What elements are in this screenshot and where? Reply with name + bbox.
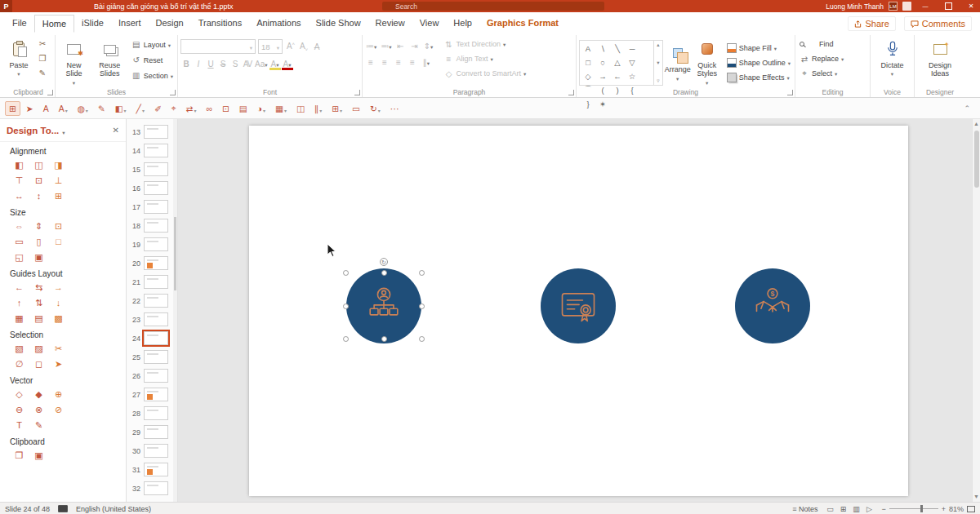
- selection-box[interactable]: [346, 273, 421, 339]
- clear-formatting-icon[interactable]: A: [311, 40, 323, 53]
- scale-down-tool[interactable]: ◱: [13, 252, 25, 263]
- slide-thumbnail[interactable]: 24: [127, 329, 177, 348]
- text-to-vector-tool[interactable]: T: [13, 420, 25, 431]
- align-center-tool[interactable]: ◫: [33, 160, 45, 171]
- cut-selection-tool[interactable]: ✂: [52, 343, 65, 354]
- resize-handle[interactable]: [419, 304, 425, 309]
- shape-icon[interactable]: }: [581, 97, 595, 111]
- select-same-color-tool[interactable]: ▨: [33, 343, 45, 354]
- ribbon-tab[interactable]: Design: [149, 15, 191, 33]
- align-text-button[interactable]: ≡ Align Text: [443, 51, 528, 66]
- slide-thumbnail[interactable]: 22: [127, 291, 177, 310]
- slide-thumbnail[interactable]: 27: [127, 385, 177, 404]
- slide-thumbnail[interactable]: 31: [127, 460, 177, 479]
- ribbon-tab[interactable]: Home: [34, 15, 74, 33]
- shape-icon[interactable]: ╲: [610, 42, 625, 55]
- ribbon-tab[interactable]: iSlide: [74, 15, 111, 33]
- search-input[interactable]: [382, 2, 604, 11]
- eyedropper-icon[interactable]: ⌖: [167, 100, 180, 116]
- split-shape-icon[interactable]: ◫: [292, 101, 309, 116]
- slide-thumbnail[interactable]: 17: [127, 197, 177, 216]
- font-name-combo[interactable]: [180, 39, 256, 54]
- strikethrough-button[interactable]: S: [217, 57, 229, 70]
- indent-decrease-icon[interactable]: ⇤: [395, 39, 407, 52]
- zoom-percent[interactable]: 81%: [949, 505, 964, 513]
- ribbon-tab[interactable]: Help: [446, 15, 479, 33]
- grid-layout-tool[interactable]: ▦: [13, 313, 25, 324]
- slideshow-icon[interactable]: ▷: [863, 505, 875, 513]
- bold-button[interactable]: B: [180, 57, 192, 70]
- shape-icon[interactable]: ∖: [595, 42, 610, 55]
- font-color-button[interactable]: A: [282, 57, 293, 70]
- align-left-icon[interactable]: ≡: [365, 55, 376, 69]
- slide-thumbnail[interactable]: 16: [127, 179, 177, 197]
- refresh-icon[interactable]: ↻: [366, 99, 385, 118]
- pointer-select-tool[interactable]: ➤: [52, 359, 65, 370]
- select-objects-tool[interactable]: ◻: [33, 359, 45, 370]
- slide-thumbnail[interactable]: 26: [127, 366, 177, 385]
- smart-grid-icon[interactable]: ▦: [271, 99, 291, 118]
- section-button[interactable]: ▥ Section: [130, 68, 175, 83]
- shape-icon[interactable]: □: [581, 55, 595, 69]
- cut-icon[interactable]: ✂: [36, 37, 49, 50]
- zoom-slider-thumb[interactable]: [920, 505, 923, 512]
- ribbon-tab[interactable]: View: [412, 15, 447, 33]
- justify-icon[interactable]: ≡: [407, 55, 418, 69]
- language-status[interactable]: English (United States): [76, 505, 151, 513]
- design-ideas-button[interactable]: Design Ideas: [917, 37, 963, 80]
- slide-object-handshake[interactable]: $: [735, 268, 810, 343]
- numbering-icon[interactable]: ≕: [380, 39, 392, 52]
- panel-dropdown-icon[interactable]: [62, 123, 65, 138]
- picture-icon[interactable]: ▤: [235, 101, 252, 116]
- scroll-down-icon[interactable]: ▼: [973, 492, 980, 502]
- stretch-both-tool[interactable]: □: [52, 237, 65, 247]
- slide-thumbnail[interactable]: 29: [127, 423, 177, 441]
- slide-thumbnail[interactable]: 20: [127, 254, 177, 273]
- shape-effects-button[interactable]: Shape Effects: [725, 70, 792, 85]
- rotate-handle[interactable]: [380, 258, 388, 266]
- zoom-slider[interactable]: [889, 508, 938, 509]
- same-size-tool[interactable]: ⊡: [52, 221, 65, 232]
- ribbon-tab[interactable]: Animations: [249, 15, 308, 33]
- highlight-color-button[interactable]: A: [270, 57, 281, 70]
- shape-icon[interactable]: A: [581, 42, 595, 55]
- text-shadow-button[interactable]: S: [229, 57, 241, 70]
- edit-points-tool[interactable]: ✎: [33, 420, 45, 431]
- grow-font-icon[interactable]: A: [285, 40, 296, 53]
- close-button[interactable]: [962, 0, 980, 12]
- resize-handle[interactable]: [343, 304, 349, 309]
- bullets-icon[interactable]: ≔: [365, 39, 377, 52]
- notes-button[interactable]: Notes: [792, 505, 817, 513]
- line-style-icon[interactable]: ╱: [132, 99, 149, 118]
- align-left-tool[interactable]: ◧: [13, 160, 25, 171]
- slide-thumbnail[interactable]: 13: [127, 122, 177, 141]
- design-tools-toggle-icon[interactable]: ⊞: [5, 101, 20, 116]
- palette-icon[interactable]: ◑: [253, 99, 270, 118]
- slide-thumbnail[interactable]: 25: [127, 348, 177, 366]
- zoom-in-icon[interactable]: +: [942, 505, 946, 513]
- slide-thumbnail[interactable]: 21: [127, 273, 177, 291]
- columns-tool-icon[interactable]: ∥: [310, 99, 326, 118]
- format-painter-icon[interactable]: ✎: [36, 66, 49, 79]
- slide-thumbnail[interactable]: 15: [127, 160, 177, 179]
- distribute-vertical-tool[interactable]: ↕: [33, 191, 45, 202]
- quick-styles-button[interactable]: Quick Styles: [693, 37, 722, 88]
- smart-select-icon[interactable]: ➤: [22, 101, 38, 116]
- resize-handle[interactable]: [343, 336, 349, 342]
- avatar[interactable]: LM: [889, 2, 898, 11]
- clear-selection-tool[interactable]: ∅: [13, 359, 25, 370]
- ribbon-tab[interactable]: Insert: [111, 15, 149, 33]
- paste-button[interactable]: Paste: [4, 37, 33, 80]
- format-brush-icon[interactable]: ✎: [94, 101, 109, 116]
- shape-icon[interactable]: ☆: [625, 69, 639, 83]
- ribbon-tab[interactable]: Graphics Format: [479, 15, 566, 33]
- guide-center-horizontal-tool[interactable]: ⇅: [33, 298, 45, 308]
- ribbon-tab[interactable]: Review: [368, 15, 412, 33]
- slide-thumbnail[interactable]: 30: [127, 441, 177, 460]
- guide-center-vertical-tool[interactable]: ⇆: [33, 282, 45, 293]
- shape-outline-button[interactable]: Shape Outline: [725, 55, 792, 70]
- shape-icon[interactable]: ✶: [595, 97, 610, 111]
- align-top-tool[interactable]: ⊤: [13, 175, 25, 186]
- resize-handle[interactable]: [381, 270, 387, 276]
- shape-icon[interactable]: ←: [610, 69, 625, 83]
